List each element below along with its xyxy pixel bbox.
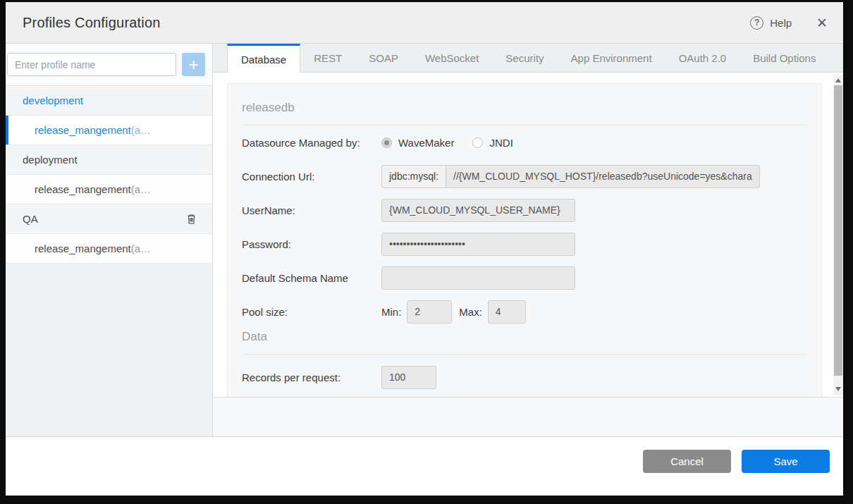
dialog-body: + development release_mangement (a… depl… [6,44,843,437]
cancel-button[interactable]: Cancel [643,450,731,473]
datasource-radio-group: WaveMaker JNDI [381,137,513,149]
profile-search-row: + [6,44,212,86]
sidebar-item-label: release_mangement [35,124,131,136]
profile-list: development release_mangement (a… deploy… [6,86,212,264]
default-schema-input[interactable] [381,266,575,290]
header-actions: ? Help ✕ [750,16,828,30]
profile-detail-panel: Database REST SOAP WebSocket Security Ap… [213,44,843,437]
pool-min-label: Min: [381,306,401,318]
records-per-request-row: Records per request: [242,360,807,394]
dialog-footer: Cancel Save [6,437,843,496]
sidebar-item-qa[interactable]: QA [6,204,212,234]
username-label: UserName: [242,204,381,216]
radio-jndi[interactable]: JNDI [472,137,513,149]
database-section-title: releasedb [242,95,807,125]
pool-max-label: Max: [459,306,482,318]
tab-soap[interactable]: SOAP [355,44,412,72]
radio-wavemaker-label: WaveMaker [398,137,454,149]
tab-websocket[interactable]: WebSocket [412,44,492,72]
password-input[interactable] [381,233,575,256]
database-config-card: releasedb Datasource Managed by: WaveMak… [227,83,822,397]
help-question-icon[interactable]: ? [750,16,763,30]
save-button[interactable]: Save [742,450,830,473]
tab-content-viewport: releasedb Datasource Managed by: WaveMak… [213,73,843,397]
scrollbar-thumb[interactable] [834,85,842,376]
records-per-request-label: Records per request: [242,371,381,383]
radio-wavemaker-circle [381,137,392,148]
close-icon[interactable]: ✕ [816,16,828,30]
sidebar-item-label: QA [23,213,38,225]
data-section-title: Data [242,328,807,354]
sidebar-item-suffix: (a… [131,183,151,195]
sidebar-item-suffix: (a… [131,242,151,254]
help-link[interactable]: Help [770,17,792,29]
tab-rest[interactable]: REST [300,44,355,72]
radio-wavemaker[interactable]: WaveMaker [381,137,454,149]
profiles-sidebar: + development release_mangement (a… depl… [6,44,213,437]
pool-size-row: Pool size: Min: Max: [242,295,807,328]
radio-jndi-circle [472,137,483,148]
datasource-row: Datasource Managed by: WaveMaker JNDI [242,125,807,159]
tab-security[interactable]: Security [492,44,557,72]
radio-jndi-label: JNDI [489,137,513,149]
sidebar-item-development[interactable]: development [6,86,212,116]
sidebar-item-label: release_mangement [35,242,131,254]
schema-label: Default Schema Name [242,272,381,284]
connection-url-row: Connection Url: jdbc:mysql: [242,159,807,193]
tab-database[interactable]: Database [227,44,300,73]
dialog-title: Profiles Configuration [23,15,161,31]
profiles-configuration-dialog: Profiles Configuration ? Help ✕ + develo… [6,2,843,496]
password-label: Password: [242,238,381,250]
add-profile-button[interactable]: + [182,53,205,76]
sidebar-item-release-mangement-development[interactable]: release_mangement (a… [6,116,212,145]
sidebar-item-label: deployment [23,154,78,166]
tab-build-options[interactable]: Build Options [740,44,829,72]
sidebar-item-label: development [23,94,83,106]
config-tabs-bar: Database REST SOAP WebSocket Security Ap… [213,44,843,73]
sidebar-item-label: release_mangement [35,183,131,195]
vertical-scrollbar[interactable] [833,74,843,395]
sidebar-item-suffix: (a… [131,124,151,136]
connection-url-prefix: jdbc:mysql: [381,165,446,188]
sidebar-item-release-mangement-deployment[interactable]: release_mangement (a… [6,175,212,204]
sidebar-item-deployment[interactable]: deployment [6,145,212,175]
profile-name-input[interactable] [7,53,176,76]
username-input[interactable] [381,199,575,222]
records-per-request-input[interactable] [381,366,436,389]
tab-oauth-2-0[interactable]: OAuth 2.0 [665,44,740,72]
sidebar-item-release-mangement-qa[interactable]: release_mangement (a… [6,234,212,264]
pool-size-label: Pool size: [242,306,381,318]
pool-max-input[interactable] [488,300,526,324]
pool-min-input[interactable] [407,300,452,324]
dialog-header: Profiles Configuration ? Help ✕ [6,2,843,44]
schema-row: Default Schema Name [242,261,807,295]
tab-app-environment[interactable]: App Environment [558,44,665,72]
delete-profile-trash-icon[interactable] [186,213,197,225]
scrollbar-down-icon[interactable] [835,387,841,391]
scrollbar-up-icon[interactable] [835,78,841,82]
username-row: UserName: [242,193,807,227]
datasource-label: Datasource Managed by: [242,137,381,149]
password-row: Password: [242,227,807,261]
content-footer-strip [213,397,843,437]
connection-url-label: Connection Url: [242,171,381,183]
section-divider [242,354,807,355]
connection-url-input[interactable] [446,165,760,188]
